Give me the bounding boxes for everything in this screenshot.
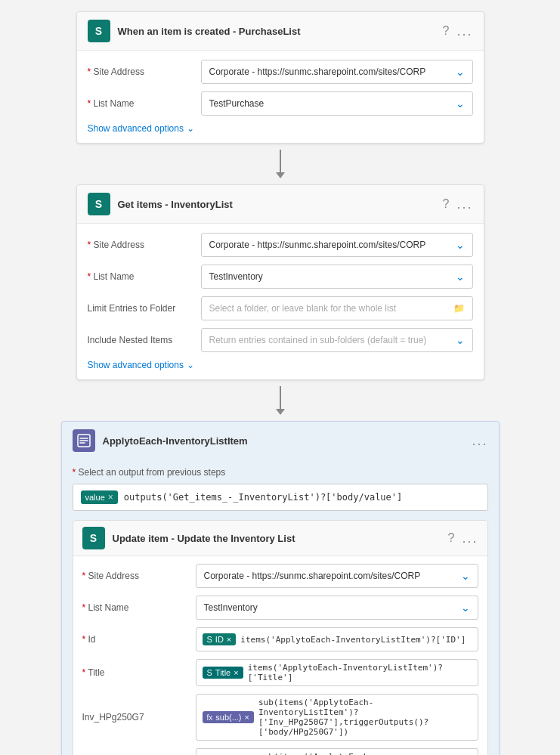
get-items-actions: ? ... <box>443 196 473 212</box>
trigger-site-address-chevron: ⌄ <box>456 66 465 78</box>
update-item-card: S Update item - Update the Inventory Lis… <box>73 520 488 755</box>
trigger-card: S When an item is created - PurchaseList… <box>76 11 484 144</box>
connector-2-line <box>280 386 281 409</box>
update-list-input[interactable]: TestInventory ⌄ <box>196 596 478 620</box>
apply-token-close-icon[interactable]: × <box>108 492 113 503</box>
get-items-folder-row: Limit Entries to Folder Select a folder,… <box>88 296 473 320</box>
update-list-chevron: ⌄ <box>461 602 470 614</box>
update-inv-hpg8-value: sub(items('ApplytoEach-InventoryListItem… <box>258 752 472 755</box>
get-items-nested-chevron: ⌄ <box>456 334 465 346</box>
trigger-list-name-row: List Name TestPurchase ⌄ <box>88 91 473 116</box>
update-inv-hpg8-input[interactable]: fx sub(...) × sub(items('ApplytoEach-Inv… <box>196 748 478 755</box>
apply-header: ApplytoEach-InventoryListItem ... <box>62 422 499 459</box>
update-title-value: items('ApplytoEach-InventoryListItem')?[… <box>248 663 472 682</box>
update-title-token: S Title × <box>203 667 243 679</box>
update-item-help-icon[interactable]: ? <box>448 531 455 545</box>
update-id-token: S ID × <box>203 633 237 645</box>
update-item-more-icon[interactable]: ... <box>462 531 478 546</box>
get-items-nested-input[interactable]: Return entries contained in sub-folders … <box>201 328 473 352</box>
update-title-row: Title S Title × items('ApplytoEach-Inven… <box>82 659 478 686</box>
trigger-show-advanced[interactable]: Show advanced options ⌄ <box>88 123 473 134</box>
update-inv-hpg7-token: fx sub(...) × <box>203 711 254 723</box>
apply-token-expression: outputs('Get_items_-_InventoryList')?['b… <box>124 492 402 503</box>
trigger-advanced-chevron-icon: ⌄ <box>187 123 194 134</box>
update-site-input[interactable]: Corporate - https://sunmc.sharepoint.com… <box>196 564 478 588</box>
update-site-row: Site Address Corporate - https://sunmc.s… <box>82 564 478 588</box>
trigger-body: Site Address Corporate - https://sunmc.s… <box>77 51 484 143</box>
get-items-show-advanced[interactable]: Show advanced options ⌄ <box>88 360 473 370</box>
get-items-list-chevron: ⌄ <box>456 271 465 283</box>
apply-actions: ... <box>472 433 487 449</box>
update-site-chevron: ⌄ <box>461 570 470 582</box>
connector-1-tip <box>276 172 285 178</box>
apply-card: ApplytoEach-InventoryListItem ... Select… <box>61 421 500 755</box>
update-id-input[interactable]: S ID × items('ApplytoEach-InventoryListI… <box>196 627 478 651</box>
get-items-list-input[interactable]: TestInventory ⌄ <box>201 265 473 289</box>
update-list-row: List Name TestInventory ⌄ <box>82 596 478 620</box>
update-item-header: S Update item - Update the Inventory Lis… <box>73 521 487 556</box>
update-title-label: Title <box>82 667 188 678</box>
apply-token-input[interactable]: value × outputs('Get_items_-_InventoryLi… <box>73 484 488 511</box>
trigger-list-name-chevron: ⌄ <box>456 97 465 110</box>
trigger-list-name-input[interactable]: TestPurchase ⌄ <box>201 91 473 116</box>
update-id-row: Id S ID × items('ApplytoEach-InventoryLi… <box>82 627 478 651</box>
get-items-folder-icon: 📁 <box>453 303 465 314</box>
trigger-title: When an item is created - PurchaseList <box>118 26 435 37</box>
get-items-site-label: Site Address <box>88 240 193 250</box>
update-id-value: items('ApplytoEach-InventoryListItem')?[… <box>240 635 466 645</box>
get-items-site-input[interactable]: Corporate - https://sunmc.sharepoint.com… <box>201 233 473 257</box>
update-inv-hpg7-input[interactable]: fx sub(...) × sub(items('ApplytoEach-Inv… <box>196 694 478 741</box>
update-inv-hpg7-row: Inv_HPg250G7 fx sub(...) × sub(items('Ap… <box>82 694 478 741</box>
trigger-card-header: S When an item is created - PurchaseList… <box>77 12 484 51</box>
get-items-folder-label: Limit Entries to Folder <box>88 303 193 314</box>
get-items-nested-label: Include Nested Items <box>88 335 193 345</box>
connector-2 <box>276 380 285 421</box>
get-items-icon: S <box>88 193 110 215</box>
get-items-help-icon[interactable]: ? <box>443 197 450 211</box>
update-inv-hpg7-label: Inv_HPg250G7 <box>82 712 188 723</box>
apply-body: Select an output from previous steps val… <box>62 459 499 755</box>
get-items-list-label: List Name <box>88 271 193 282</box>
connector-1 <box>276 144 285 184</box>
trigger-actions: ? ... <box>443 23 473 39</box>
trigger-icon: S <box>88 20 110 42</box>
update-id-token-close-icon[interactable]: × <box>227 635 231 644</box>
update-title-input[interactable]: S Title × items('ApplytoEach-InventoryLi… <box>196 659 478 686</box>
trigger-more-icon[interactable]: ... <box>456 23 472 39</box>
get-items-title: Get items - InventoryList <box>118 199 435 210</box>
update-item-body: Site Address Corporate - https://sunmc.s… <box>73 556 487 755</box>
update-list-label: List Name <box>82 602 188 613</box>
connector-1-line <box>280 150 281 172</box>
update-inv-hpg7-value: sub(items('ApplytoEach-InventoryListItem… <box>258 698 472 737</box>
get-items-nested-row: Include Nested Items Return entries cont… <box>88 328 473 352</box>
update-site-label: Site Address <box>82 571 188 581</box>
update-item-title: Update item - Update the Inventory List <box>113 533 441 544</box>
update-item-icon: S <box>82 527 105 549</box>
get-items-site-row: Site Address Corporate - https://sunmc.s… <box>88 233 473 257</box>
update-inv-hpg7-token-close-icon[interactable]: × <box>245 713 249 722</box>
update-inv-hpg8-row: Inv_HPg250G8 fx sub(...) × sub(items('Ap… <box>82 748 478 755</box>
update-title-token-close-icon[interactable]: × <box>234 668 238 677</box>
apply-title: ApplytoEach-InventoryListItem <box>103 435 465 447</box>
trigger-site-address-input[interactable]: Corporate - https://sunmc.sharepoint.com… <box>201 60 473 84</box>
trigger-list-name-label: List Name <box>88 98 193 109</box>
get-items-advanced-chevron-icon: ⌄ <box>187 360 194 370</box>
get-items-more-icon[interactable]: ... <box>456 196 472 212</box>
select-output-label: Select an output from previous steps <box>73 467 488 478</box>
trigger-site-address-row: Site Address Corporate - https://sunmc.s… <box>88 60 473 84</box>
trigger-site-address-label: Site Address <box>88 67 193 77</box>
get-items-list-row: List Name TestInventory ⌄ <box>88 265 473 289</box>
flow-container: S When an item is created - PurchaseList… <box>11 11 549 755</box>
get-items-body: Site Address Corporate - https://sunmc.s… <box>77 224 484 379</box>
apply-more-icon[interactable]: ... <box>472 433 487 449</box>
get-items-site-chevron: ⌄ <box>456 239 465 251</box>
get-items-card: S Get items - InventoryList ? ... Site A… <box>76 184 484 380</box>
connector-2-tip <box>276 409 285 415</box>
update-item-actions: ? ... <box>448 531 478 546</box>
apply-value-token: value × <box>81 490 118 504</box>
get-items-header: S Get items - InventoryList ? ... <box>77 185 484 224</box>
update-id-label: Id <box>82 634 188 645</box>
apply-icon <box>73 429 95 452</box>
trigger-help-icon[interactable]: ? <box>443 24 450 38</box>
get-items-folder-input[interactable]: Select a folder, or leave blank for the … <box>201 296 473 320</box>
